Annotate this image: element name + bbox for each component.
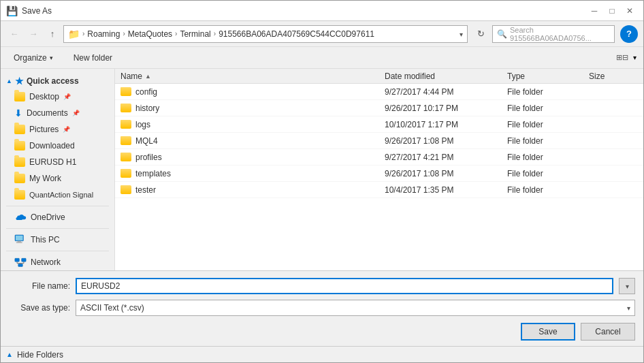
- network-icon: [14, 257, 27, 268]
- file-name: history: [135, 104, 159, 113]
- file-cell-date: 9/27/2017 4:44 PM: [382, 87, 504, 97]
- file-cell-name: history: [118, 104, 382, 113]
- breadcrumb-metaquotes[interactable]: MetaQuotes: [128, 29, 172, 39]
- folder-icon: [120, 104, 131, 112]
- pin-icon-pictures: 📌: [63, 126, 70, 133]
- file-rows: config 9/27/2017 4:44 PM File folder his…: [115, 84, 643, 198]
- window-title: Save As: [22, 6, 52, 16]
- sidebar-item-network-label: Network: [31, 257, 61, 267]
- refresh-button[interactable]: ↻: [472, 25, 489, 43]
- bottom-bar: File name: ▾ Save as type: ASCII Text (*…: [1, 270, 643, 346]
- new-folder-label: New folder: [74, 53, 112, 63]
- help-button[interactable]: ?: [620, 25, 638, 43]
- sidebar-item-downloaded[interactable]: Downloaded: [1, 138, 114, 154]
- address-bar[interactable]: 📁 › Roaming › MetaQuotes › Terminal › 91…: [63, 25, 468, 43]
- title-controls: ─ □ ✕: [586, 4, 638, 18]
- table-row[interactable]: MQL4 9/26/2017 1:08 PM File folder: [115, 133, 643, 149]
- documents-icon: ⬇: [14, 108, 22, 119]
- file-cell-type: File folder: [504, 169, 586, 178]
- breadcrumb-guid[interactable]: 915566BA06ADA407569C544CC0D97611: [219, 29, 374, 39]
- sidebar-item-documents[interactable]: ⬇ Documents 📌: [1, 105, 114, 121]
- filename-dropdown-btn[interactable]: ▾: [619, 278, 635, 294]
- view-toggle-button[interactable]: ⊞⊟: [614, 50, 630, 65]
- sidebar-item-desktop-label: Desktop: [29, 92, 59, 101]
- search-icon: 🔍: [497, 29, 507, 39]
- file-cell-name: MQL4: [118, 136, 382, 146]
- col-header-name[interactable]: Name ▲: [118, 69, 382, 83]
- file-cell-name: profiles: [118, 153, 382, 162]
- sidebar-item-eurusd-h1[interactable]: EURUSD H1: [1, 154, 114, 170]
- file-cell-type: File folder: [504, 120, 586, 129]
- filename-input[interactable]: [76, 278, 613, 294]
- address-bar-dropdown-arrow[interactable]: ▾: [460, 31, 463, 38]
- onedrive-icon: [14, 213, 27, 221]
- file-list: Name ▲ Date modified Type Size config: [115, 69, 643, 270]
- sidebar-item-pictures-label: Pictures: [29, 125, 59, 134]
- table-row[interactable]: history 9/26/2017 10:17 PM File folder: [115, 100, 643, 116]
- col-date-label: Date modified: [385, 72, 435, 81]
- sidebar-quick-access-header[interactable]: ▲ ★ Quick access: [1, 72, 114, 89]
- table-row[interactable]: templates 9/26/2017 1:08 PM File folder: [115, 165, 643, 182]
- file-cell-type: File folder: [504, 104, 586, 113]
- minimize-button[interactable]: ─: [586, 4, 602, 18]
- quick-access-star-icon: ★: [15, 76, 24, 86]
- file-cell-date: 10/4/2017 1:35 PM: [382, 185, 504, 195]
- col-size-label: Size: [589, 72, 605, 81]
- file-cell-name: templates: [118, 169, 382, 178]
- bottom-buttons: Save Cancel: [1, 319, 643, 346]
- forward-button[interactable]: →: [25, 26, 42, 42]
- file-cell-date: 9/26/2017 1:08 PM: [382, 136, 504, 146]
- breadcrumb-roaming[interactable]: Roaming: [87, 29, 120, 39]
- sidebar-item-my-work-label: My Work: [29, 174, 61, 183]
- sidebar-item-pictures[interactable]: Pictures 📌: [1, 121, 114, 138]
- breadcrumb-terminal[interactable]: Terminal: [180, 29, 210, 39]
- navigation-toolbar: ← → ↑ 📁 › Roaming › MetaQuotes › Termina…: [1, 21, 643, 47]
- hide-folders-label[interactable]: Hide Folders: [17, 350, 63, 360]
- folder-icon: [120, 153, 131, 161]
- col-header-size[interactable]: Size: [586, 69, 641, 83]
- quick-access-label: Quick access: [27, 76, 79, 86]
- save-button[interactable]: Save: [521, 323, 575, 341]
- file-name: MQL4: [135, 136, 158, 146]
- sidebar-item-quantaction[interactable]: QuantAction Signal: [1, 187, 114, 203]
- pin-icon-documents: 📌: [72, 110, 80, 116]
- table-row[interactable]: logs 10/10/2017 1:17 PM File folder: [115, 116, 643, 133]
- savetype-dropdown-icon: ▾: [627, 304, 630, 312]
- sidebar-item-this-pc[interactable]: This PC: [1, 232, 114, 248]
- sidebar-divider-2: [6, 228, 109, 229]
- footer-bar: ▲ Hide Folders: [1, 346, 643, 362]
- sidebar-item-desktop[interactable]: Desktop 📌: [1, 89, 114, 105]
- col-header-type[interactable]: Type: [504, 69, 586, 83]
- svg-rect-5: [22, 258, 27, 262]
- cancel-button[interactable]: Cancel: [581, 323, 635, 341]
- col-header-date[interactable]: Date modified: [382, 69, 504, 83]
- close-button[interactable]: ✕: [622, 4, 638, 18]
- folder-icon: [120, 87, 131, 96]
- title-bar: 💾 Save As ─ □ ✕: [1, 1, 643, 21]
- desktop-folder-icon: [14, 92, 25, 101]
- table-row[interactable]: config 9/27/2017 4:44 PM File folder: [115, 84, 643, 100]
- sidebar: ▲ ★ Quick access Desktop 📌 ⬇ Documents 📌…: [1, 69, 115, 270]
- savetype-select[interactable]: ASCII Text (*.csv) ▾: [76, 300, 635, 316]
- organize-button[interactable]: Organize ▾: [6, 49, 61, 67]
- new-folder-button[interactable]: New folder: [66, 49, 120, 67]
- search-box[interactable]: 🔍 Search 915566BA06ADA0756...: [492, 25, 615, 43]
- view-dropdown-icon[interactable]: ▾: [632, 54, 638, 61]
- file-cell-name: logs: [118, 120, 382, 129]
- file-cell-type: File folder: [504, 153, 586, 162]
- up-button[interactable]: ↑: [44, 26, 61, 42]
- table-row[interactable]: tester 10/4/2017 1:35 PM File folder: [115, 182, 643, 198]
- search-placeholder: Search 915566BA06ADA0756...: [510, 26, 610, 42]
- downloaded-folder-icon: [14, 141, 25, 151]
- maximize-button[interactable]: □: [604, 4, 620, 18]
- file-name: profiles: [135, 153, 162, 162]
- sidebar-item-my-work[interactable]: My Work: [1, 170, 114, 187]
- file-cell-type: File folder: [504, 87, 586, 97]
- table-row[interactable]: profiles 9/27/2017 4:21 PM File folder: [115, 149, 643, 165]
- file-list-header: Name ▲ Date modified Type Size: [115, 69, 643, 84]
- sidebar-item-onedrive[interactable]: OneDrive: [1, 209, 114, 225]
- file-cell-date: 10/10/2017 1:17 PM: [382, 120, 504, 129]
- back-button[interactable]: ←: [6, 26, 22, 42]
- file-name: templates: [135, 169, 171, 178]
- sidebar-item-network[interactable]: Network: [1, 254, 114, 270]
